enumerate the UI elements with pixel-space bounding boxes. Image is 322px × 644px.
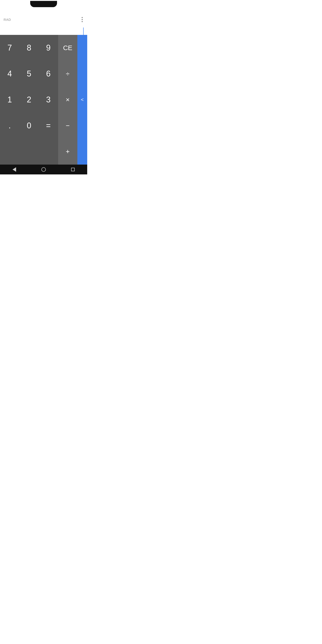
key-0[interactable]: 0 (20, 113, 39, 139)
key-dot[interactable]: . (0, 113, 20, 139)
more-dot-1 (82, 17, 83, 18)
home-icon (41, 167, 46, 172)
key-5[interactable]: 5 (20, 61, 39, 87)
key-7[interactable]: 7 (0, 35, 20, 61)
key-divide[interactable]: ÷ (58, 61, 78, 87)
recent-button[interactable] (71, 168, 75, 171)
keypad: 7 8 9 4 5 6 1 2 3 . 0 = CE ÷ × − + < (0, 35, 87, 164)
key-4[interactable]: 4 (0, 61, 20, 87)
more-dot-2 (82, 19, 83, 20)
key-plus[interactable]: + (58, 139, 78, 164)
key-minus[interactable]: − (58, 113, 78, 139)
notch (30, 1, 57, 7)
rad-label: RAD (4, 18, 11, 22)
key-9[interactable]: 9 (39, 35, 58, 61)
chevron-left-icon: < (81, 97, 84, 103)
key-8[interactable]: 8 (20, 35, 39, 61)
key-multiply[interactable]: × (58, 87, 78, 113)
notch-area (0, 0, 87, 11)
op-pad: CE ÷ × − + (58, 35, 78, 164)
more-menu-button[interactable] (81, 16, 84, 23)
recent-icon (71, 168, 75, 171)
top-bar: RAD (0, 11, 87, 25)
key-equals[interactable]: = (39, 113, 58, 139)
nav-bar (0, 164, 87, 174)
back-button[interactable] (12, 167, 16, 172)
key-6[interactable]: 6 (39, 61, 58, 87)
more-dot-3 (82, 21, 83, 22)
expand-sidebar[interactable]: < (77, 35, 87, 164)
key-ce[interactable]: CE (58, 35, 78, 61)
key-1[interactable]: 1 (0, 87, 20, 113)
home-button[interactable] (41, 167, 46, 172)
key-2[interactable]: 2 (20, 87, 39, 113)
back-icon (12, 167, 16, 172)
num-pad: 7 8 9 4 5 6 1 2 3 . 0 = (0, 35, 58, 164)
key-3[interactable]: 3 (39, 87, 58, 113)
